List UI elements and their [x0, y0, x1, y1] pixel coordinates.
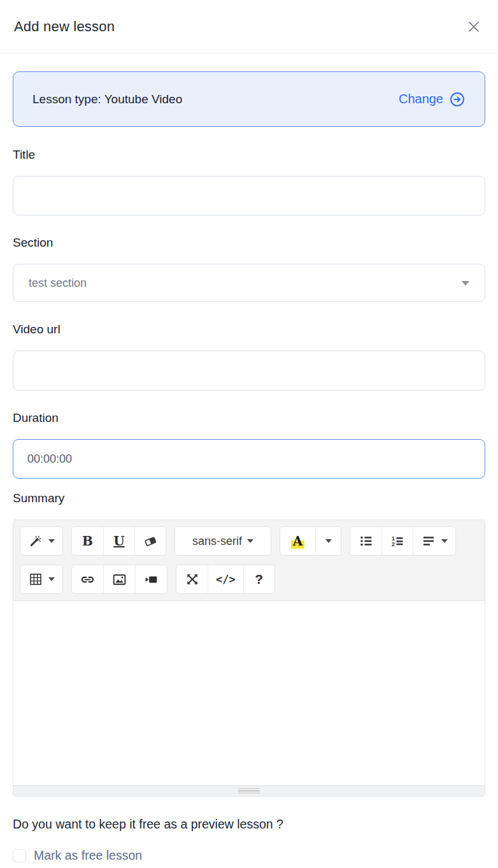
- font-color-icon: A: [291, 533, 305, 549]
- table-button[interactable]: [20, 565, 62, 593]
- fullscreen-icon: [185, 572, 200, 587]
- video-url-input[interactable]: [13, 351, 485, 391]
- fullscreen-button[interactable]: [176, 565, 208, 593]
- video-url-field-group: Video url: [13, 322, 485, 391]
- view-group: </> ?: [176, 565, 275, 594]
- insert-picture-button[interactable]: [103, 565, 135, 593]
- help-button[interactable]: ?: [243, 565, 274, 593]
- insert-link-button[interactable]: [72, 565, 103, 593]
- dropdown-caret-icon: [48, 539, 55, 543]
- free-lesson-question: Do you want to keep it free as a preview…: [13, 817, 485, 832]
- free-lesson-checkbox-row: Mark as free lesson: [13, 848, 485, 863]
- lesson-type-text: Lesson type: Youtube Video: [32, 92, 182, 106]
- close-button[interactable]: [464, 17, 484, 37]
- dropdown-caret-icon: [441, 539, 448, 543]
- free-lesson-checkbox-label[interactable]: Mark as free lesson: [34, 848, 142, 863]
- summary-rich-text-editor: B U: [13, 519, 485, 797]
- font-family-value: sans-serif: [192, 535, 242, 548]
- dropdown-caret-icon: [325, 539, 332, 543]
- bold-button[interactable]: B: [72, 527, 103, 555]
- free-lesson-checkbox[interactable]: [13, 849, 26, 862]
- numbered-list-icon: 1 2: [390, 533, 405, 549]
- arrow-right-circle-icon: [449, 91, 466, 108]
- picture-icon: [111, 572, 127, 588]
- summary-edit-area[interactable]: [13, 601, 485, 785]
- ordered-list-button[interactable]: 1 2: [381, 527, 413, 555]
- close-icon: [466, 19, 481, 34]
- font-style-group: B U: [71, 526, 166, 556]
- summary-label: Summary: [13, 491, 485, 505]
- resize-handle-icon: [238, 788, 260, 794]
- dropdown-caret-icon: [247, 539, 253, 543]
- editor-toolbar: B U: [13, 520, 485, 601]
- code-view-icon: </>: [216, 573, 236, 586]
- ol-number-1: 1: [392, 535, 395, 542]
- change-lesson-type-button[interactable]: Change: [399, 91, 466, 108]
- modal-body: Lesson type: Youtube Video Change Title …: [0, 54, 498, 863]
- change-label: Change: [399, 92, 443, 106]
- magic-wand-icon: [28, 533, 43, 549]
- paragraph-align-button[interactable]: [413, 527, 455, 555]
- font-family-button[interactable]: sans-serif: [175, 527, 271, 555]
- color-group: A: [280, 526, 341, 556]
- table-icon: [28, 572, 43, 587]
- underline-button[interactable]: U: [103, 527, 134, 555]
- insert-group: [71, 565, 167, 594]
- ol-number-2: 2: [392, 541, 395, 547]
- table-group: [20, 565, 63, 594]
- duration-input[interactable]: [13, 439, 485, 479]
- title-field-group: Title: [13, 148, 485, 215]
- font-color-button[interactable]: A: [280, 527, 315, 555]
- toolbar-row-1: B U: [20, 526, 478, 556]
- title-input[interactable]: [13, 176, 485, 215]
- bold-icon: B: [82, 533, 93, 549]
- help-icon: ?: [255, 572, 263, 587]
- font-color-dropdown-button[interactable]: [315, 527, 341, 555]
- duration-label: Duration: [13, 411, 485, 425]
- dropdown-caret-icon: [48, 577, 55, 581]
- section-select[interactable]: test section: [13, 264, 485, 302]
- magic-style-button[interactable]: [20, 527, 62, 555]
- section-field-group: Section test section: [13, 236, 485, 302]
- clear-formatting-button[interactable]: [134, 527, 166, 555]
- link-icon: [80, 572, 96, 588]
- duration-field-group: Duration: [13, 411, 485, 479]
- align-icon: [421, 533, 436, 549]
- underline-icon: U: [113, 533, 124, 549]
- bullet-list-icon: [359, 533, 374, 549]
- eraser-icon: [143, 533, 158, 549]
- style-group: [20, 526, 63, 556]
- lesson-type-banner: Lesson type: Youtube Video Change: [13, 71, 485, 127]
- modal-header: Add new lesson: [0, 0, 498, 54]
- chevron-down-icon: [462, 281, 469, 286]
- font-family-group: sans-serif: [174, 526, 271, 556]
- title-label: Title: [13, 148, 485, 162]
- paragraph-group: 1 2: [350, 526, 456, 556]
- section-selected-value: test section: [29, 277, 87, 290]
- video-icon: [143, 572, 159, 588]
- editor-status-bar[interactable]: [13, 785, 485, 796]
- toolbar-row-2: </> ?: [20, 565, 478, 594]
- video-url-label: Video url: [13, 322, 485, 336]
- unordered-list-button[interactable]: [350, 527, 381, 555]
- page-title: Add new lesson: [14, 18, 115, 35]
- section-label: Section: [13, 236, 485, 250]
- code-view-button[interactable]: </>: [208, 565, 243, 593]
- insert-video-button[interactable]: [135, 565, 167, 593]
